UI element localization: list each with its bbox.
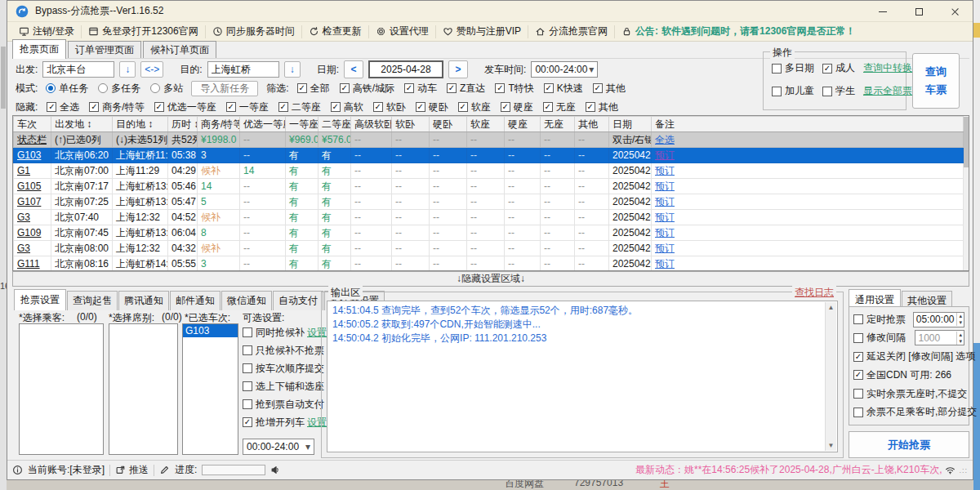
table-scrollbar-thumb[interactable]	[964, 117, 969, 167]
filter-高铁/城际[interactable]: ✓高铁/城际	[340, 82, 394, 96]
hide-无座[interactable]: ✓无座	[543, 100, 576, 114]
train-row[interactable]: G105北京南07:17上海虹桥13:0305:4614--有有--------…	[14, 179, 964, 194]
table-scrollbar[interactable]	[964, 116, 969, 270]
column-header-无座[interactable]: 无座	[541, 117, 575, 132]
ops-成人[interactable]: ✓成人	[822, 61, 855, 75]
spinner-arrows[interactable]: ▴▾	[956, 313, 964, 326]
train-number-link[interactable]: G107	[14, 194, 51, 210]
train-number-link[interactable]: G111	[14, 256, 51, 272]
train-number-link[interactable]: G1	[14, 163, 51, 179]
column-header-硬座[interactable]: 硬座	[505, 117, 541, 132]
book-link[interactable]: 预订	[652, 210, 964, 225]
tab-自动支付[interactable]: 自动支付	[273, 291, 323, 310]
filter-K快速[interactable]: ✓K快速	[544, 82, 583, 96]
column-header-硬卧[interactable]: 硬卧	[430, 117, 467, 132]
option-抢到票自动支付[interactable]: 抢到票自动支付	[243, 398, 324, 412]
train-number-link[interactable]: G3	[14, 241, 51, 256]
hide-优选一等座[interactable]: ✓优选一等座	[154, 100, 216, 114]
hide-其他[interactable]: ✓其他	[586, 100, 618, 114]
book-link[interactable]: 预订	[652, 163, 964, 179]
push-button[interactable]: 推送	[115, 463, 149, 477]
ops-加儿童[interactable]: 加儿童	[772, 84, 814, 98]
book-link[interactable]: 预订	[652, 179, 964, 194]
ops-学生[interactable]: 学生	[822, 84, 855, 98]
option-抢增开列车[interactable]: ✓抢增开列车	[243, 416, 305, 430]
tab-抢票页面[interactable]: 抢票页面	[12, 39, 66, 59]
toolbar-heart-button[interactable]: 赞助与注册VIP	[436, 25, 528, 38]
selected-trains-listbox[interactable]: G103	[182, 323, 238, 455]
tab-邮件通知[interactable]: 邮件通知	[170, 291, 220, 310]
toolbar-clock-button[interactable]: 同步服务器时间	[206, 25, 302, 38]
column-header-高级软卧[interactable]: 高级软卧	[351, 117, 392, 132]
tab-抢票设置[interactable]: 抢票设置	[14, 289, 66, 310]
scroll-down-icon[interactable]: ▼	[828, 442, 835, 449]
select-all-link[interactable]: 全选	[652, 132, 964, 148]
spin-up-icon[interactable]: ▴	[959, 332, 962, 338]
option-按车次顺序提交[interactable]: 按车次顺序提交	[243, 362, 324, 376]
general-修改间隔[interactable]: 修改间隔	[853, 331, 906, 345]
scroll-up-icon[interactable]: ▲	[828, 304, 835, 311]
depart-station-input[interactable]	[42, 61, 114, 78]
column-header-出发地[interactable]: 出发地 ↕	[51, 117, 113, 132]
train-number-link[interactable]: G109	[14, 225, 51, 241]
column-header-车次[interactable]: 车次	[14, 117, 51, 132]
find-log-link[interactable]: 查找日志	[792, 286, 836, 300]
arrive-station-input[interactable]	[207, 61, 279, 78]
window-close-button[interactable]	[937, 1, 973, 22]
column-header-二等座[interactable]: 二等座	[318, 117, 351, 132]
selected-train-item[interactable]: G103	[183, 324, 238, 337]
column-header-优选一等座[interactable]: 优选一等座	[240, 117, 286, 132]
column-header-备注[interactable]: 备注	[652, 117, 964, 132]
option-同时抢候补[interactable]: 同时抢候补	[243, 326, 305, 340]
speaker-icon[interactable]	[270, 465, 281, 475]
filter-T特快[interactable]: ✓T特快	[495, 82, 533, 96]
titlebar[interactable]: Bypass-分流抢票--Ver1.16.52	[7, 1, 973, 22]
window-minimize-button[interactable]	[865, 1, 901, 22]
passenger-listbox[interactable]	[19, 323, 104, 455]
next-date-button[interactable]: >	[448, 60, 468, 78]
seat-listbox[interactable]	[109, 323, 178, 455]
spinner-定时抢票[interactable]: 05:00:00▴▾	[913, 312, 964, 327]
train-row[interactable]: G109北京南07:45上海虹桥13:4906:048--有有---------…	[14, 225, 964, 241]
filter-动车[interactable]: ✓动车	[404, 82, 437, 96]
book-link[interactable]: 预订	[652, 148, 964, 163]
hide-软座[interactable]: ✓软座	[458, 100, 491, 114]
book-link[interactable]: 预订	[652, 194, 964, 210]
column-header-其他[interactable]: 其他	[575, 117, 609, 132]
option-time-select[interactable]: 00:00-24:00▾	[243, 439, 314, 455]
date-input[interactable]	[368, 60, 443, 78]
spin-down-icon[interactable]: ▾	[959, 319, 962, 326]
resize-grip[interactable]: .::	[959, 466, 968, 474]
start-grabbing-button[interactable]: 开始抢票	[849, 431, 969, 458]
hide-高软[interactable]: ✓高软	[331, 100, 363, 114]
book-link[interactable]: 预订	[652, 225, 964, 241]
column-header-一等座[interactable]: 一等座	[286, 117, 318, 132]
toolbar-login-button[interactable]: 注销/登录	[12, 25, 82, 38]
radio-多任务[interactable]: 多任务	[98, 82, 140, 96]
toolbar-proxy-gear-button[interactable]: 设置代理	[369, 25, 436, 38]
column-header-日期[interactable]: 日期	[609, 117, 652, 132]
depart-dropdown-button[interactable]: ↓	[119, 61, 136, 78]
hide-软卧[interactable]: ✓软卧	[373, 100, 406, 114]
column-header-软卧[interactable]: 软卧	[392, 117, 430, 132]
spinner-arrows[interactable]: ▴▾	[956, 332, 964, 345]
window-maximize-button[interactable]	[901, 1, 937, 22]
tab-查询起售[interactable]: 查询起售	[67, 291, 118, 310]
hide-二等座[interactable]: ✓二等座	[278, 100, 321, 114]
general-余票不足乘客时,部分提交[interactable]: 余票不足乘客时,部分提交	[853, 405, 977, 419]
train-row[interactable]: G111北京南08:16上海虹桥14:1105:553--有有---------…	[14, 256, 964, 272]
option-只抢候补不抢票[interactable]: 只抢候补不抢票	[243, 344, 324, 358]
query-tickets-button[interactable]: 查询 车票	[912, 53, 960, 109]
train-row[interactable]: G107北京南07:25上海虹桥13:1205:475--有有---------…	[14, 194, 964, 210]
general-延迟关闭 [修改间隔] 选项[interactable]: ✓延迟关闭 [修改间隔] 选项	[853, 350, 975, 363]
column-header-商务/特等[interactable]: 商务/特等	[198, 117, 240, 132]
train-number-link[interactable]: G103	[14, 148, 51, 163]
toolbar-home-button[interactable]: 分流抢票官网	[528, 25, 615, 38]
filter-Z直达[interactable]: ✓Z直达	[447, 82, 485, 96]
tab-候补订单页面[interactable]: 候补订单页面	[143, 41, 216, 59]
radio-单任务[interactable]: 单任务	[46, 82, 88, 96]
train-row[interactable]: G3北京07:40上海12:3204:52候补--有有-------------…	[14, 210, 964, 225]
train-number-link[interactable]: G3	[14, 210, 51, 225]
hide-全选[interactable]: ✓全选	[47, 100, 79, 114]
general-全国CDN 可用: 266[interactable]: ✓全国CDN 可用: 266	[853, 368, 951, 382]
